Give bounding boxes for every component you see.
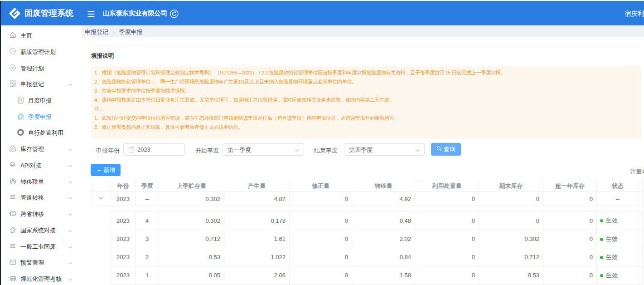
svg-text:库: 库 [11, 147, 15, 151]
svg-text:月: 月 [19, 98, 23, 102]
